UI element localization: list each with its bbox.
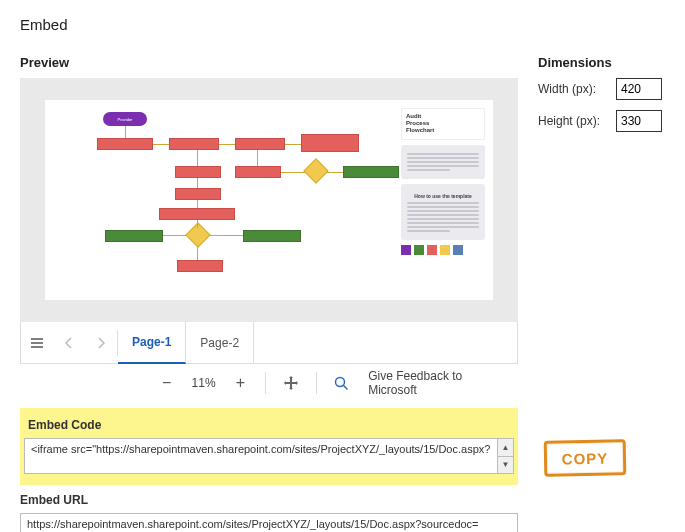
embed-code-input[interactable] [24, 438, 514, 474]
preview-frame: Provider [20, 78, 518, 322]
flow-node [97, 138, 153, 150]
width-label: Width (px): [538, 82, 610, 96]
zoom-in-icon[interactable]: + [226, 368, 256, 398]
height-label: Height (px): [538, 114, 610, 128]
diagram-canvas[interactable]: Provider [45, 100, 493, 300]
fit-zoom-icon[interactable] [327, 368, 357, 398]
flow-node [177, 260, 223, 272]
flow-node [175, 188, 221, 200]
swatch-row [401, 245, 485, 255]
embed-url-label: Embed URL [20, 493, 518, 507]
flow-node [235, 138, 285, 150]
tab-page-1[interactable]: Page-1 [118, 322, 186, 364]
preview-heading: Preview [20, 55, 520, 70]
flow-node [159, 208, 235, 220]
hamburger-icon[interactable] [21, 322, 53, 364]
embed-code-section: Embed Code ▲ ▼ [20, 408, 518, 485]
copy-stamp: COPY [544, 439, 627, 476]
tab-page-2[interactable]: Page-2 [186, 322, 254, 364]
embed-code-label: Embed Code [28, 418, 514, 432]
panel-card [401, 145, 485, 179]
height-input[interactable] [616, 110, 662, 132]
scroll-down-icon[interactable]: ▼ [497, 457, 513, 474]
scroll-up-icon[interactable]: ▲ [497, 439, 513, 457]
page-title: Embed [20, 16, 665, 33]
prev-page-icon[interactable] [53, 322, 85, 364]
feedback-link[interactable]: Give Feedback to Microsoft [368, 369, 512, 397]
panel-title: Audit Process Flowchart [401, 108, 485, 140]
flow-node [169, 138, 219, 150]
viewer-toolbar: − 11% + Give Feedback to Microsoft [20, 364, 518, 402]
flow-decision [303, 158, 328, 183]
panel-card: How to use the template [401, 184, 485, 240]
pan-icon[interactable] [276, 368, 306, 398]
embed-url-input[interactable] [20, 513, 518, 532]
flow-node [301, 134, 359, 152]
flow-node [175, 166, 221, 178]
viewer-tab-bar: Page-1 Page-2 [20, 322, 518, 364]
next-page-icon[interactable] [85, 322, 117, 364]
flow-node [235, 166, 281, 178]
flow-node [343, 166, 399, 178]
flow-node [105, 230, 163, 242]
flow-node-provider: Provider [103, 112, 147, 126]
flow-decision [185, 222, 210, 247]
width-input[interactable] [616, 78, 662, 100]
embed-url-section: Embed URL [20, 493, 518, 532]
panel-subtitle: How to use the template [407, 193, 479, 199]
flow-node [243, 230, 301, 242]
dimensions-heading: Dimensions [538, 55, 665, 70]
svg-point-0 [336, 378, 345, 387]
diagram-side-panel: Audit Process Flowchart How to use the t… [401, 108, 485, 255]
zoom-level: 11% [188, 376, 220, 390]
zoom-out-icon[interactable]: − [152, 368, 182, 398]
